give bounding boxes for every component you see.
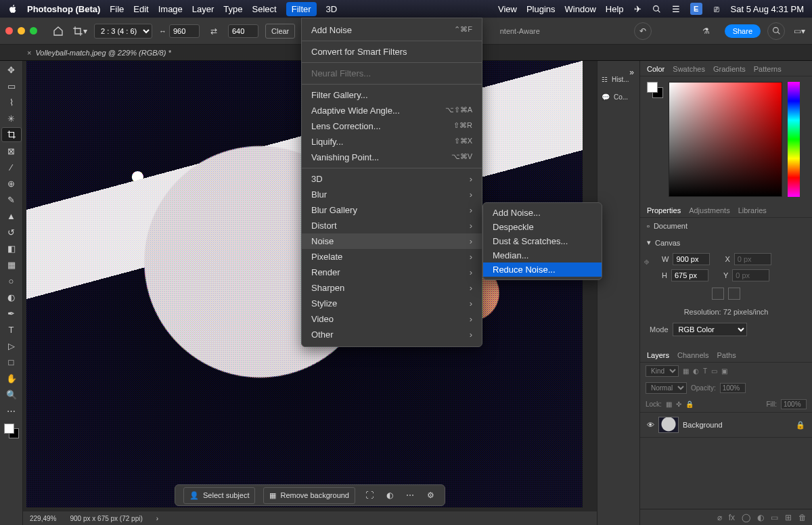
layer-name[interactable]: Background <box>683 421 723 429</box>
eyedropper-tool[interactable]: ⁄ <box>1 160 22 175</box>
close-window[interactable] <box>5 27 13 35</box>
wand-tool[interactable]: ✳ <box>1 111 22 126</box>
user-badge[interactable]: E <box>690 3 702 15</box>
adjust-icon[interactable]: ◐ <box>384 489 396 501</box>
comments-panel-tab[interactable]: 💬 Co... <box>597 88 639 106</box>
mi-gallery[interactable]: Filter Gallery... <box>302 87 482 103</box>
share-button[interactable]: Share <box>725 24 761 38</box>
minimize-window[interactable] <box>18 27 25 35</box>
history-brush[interactable]: ↺ <box>1 225 22 239</box>
mi-render[interactable]: Render <box>302 265 482 280</box>
sm-despeckle[interactable]: Despeckle <box>483 220 602 234</box>
menu-view[interactable]: View <box>498 4 517 14</box>
settings-icon[interactable]: ⚙ <box>424 489 436 501</box>
canvas-section[interactable]: ▾ Canvas <box>640 234 812 251</box>
app-name[interactable]: Photoshop (Beta) <box>27 4 100 14</box>
trash-icon[interactable]: 🗑 <box>798 513 807 522</box>
tab-gradients[interactable]: Gradients <box>713 65 746 73</box>
dodge-tool[interactable]: ◐ <box>1 290 22 304</box>
pen-tool[interactable]: ✒ <box>1 306 22 321</box>
group-icon[interactable]: ▭ <box>771 513 778 522</box>
menu-edit[interactable]: Edit <box>133 4 148 14</box>
layer-row[interactable]: 👁 Background 🔒 <box>640 412 812 438</box>
brush-tool[interactable]: ✎ <box>1 192 22 207</box>
gradient-tool[interactable]: ▦ <box>1 257 22 272</box>
workspace-icon[interactable]: ▭▾ <box>792 24 807 39</box>
mask-icon[interactable]: ◯ <box>742 513 750 522</box>
menu-plugins[interactable]: Plugins <box>526 4 556 14</box>
chevron-right-icon[interactable]: › <box>156 515 158 522</box>
orientation-icons[interactable] <box>640 283 812 304</box>
mi-distort[interactable]: Distort <box>302 218 482 233</box>
mi-convert-smart[interactable]: Convert for Smart Filters <box>302 44 482 60</box>
link-layers-icon[interactable]: ⌀ <box>717 513 722 522</box>
more-icon[interactable]: ⋯ <box>404 489 416 501</box>
zoom-level[interactable]: 229,49% <box>30 515 56 522</box>
lock-icon[interactable]: 🔒 <box>796 421 805 430</box>
beaker-icon[interactable]: ⚗ <box>699 24 714 39</box>
mi-blur[interactable]: Blur <box>302 187 482 202</box>
link-wh-icon[interactable]: ⎆ <box>640 251 652 273</box>
sm-median[interactable]: Median... <box>483 248 602 262</box>
adj-layer-icon[interactable]: ◐ <box>757 513 764 522</box>
maximize-window[interactable] <box>30 27 37 35</box>
tab-channels[interactable]: Channels <box>677 351 708 359</box>
eraser-tool[interactable]: ◧ <box>1 241 22 256</box>
undo-icon[interactable]: ↶ <box>634 22 652 40</box>
marquee-tool[interactable]: ▭ <box>1 78 22 93</box>
hand-tool[interactable]: ✋ <box>1 371 22 386</box>
menu-layer[interactable]: Layer <box>192 4 215 14</box>
mi-pixelate[interactable]: Pixelate <box>302 249 482 265</box>
select-subject-button[interactable]: 👤Select subject <box>183 487 255 504</box>
mi-lens[interactable]: Lens Correction...⇧⌘R <box>302 118 482 134</box>
menu-type[interactable]: Type <box>223 4 242 14</box>
path-tool[interactable]: ▷ <box>1 338 22 353</box>
type-tool[interactable]: T <box>1 322 22 337</box>
filter-pix-icon[interactable]: ▦ <box>683 367 689 375</box>
crop-tool[interactable] <box>1 127 22 142</box>
hue-slider[interactable] <box>788 82 800 197</box>
fx-icon[interactable]: fx <box>729 513 735 522</box>
more-tools[interactable]: ⋯ <box>1 403 22 418</box>
sm-dust[interactable]: Dust & Scratches... <box>483 234 602 248</box>
mi-video[interactable]: Video <box>302 311 482 327</box>
tab-layers[interactable]: Layers <box>647 351 669 359</box>
tab-color[interactable]: Color <box>647 65 664 73</box>
color-field[interactable] <box>669 82 782 197</box>
crop-tool-icon[interactable]: ▾ <box>72 24 87 39</box>
move-tool[interactable]: ✥ <box>1 62 22 77</box>
tab-libraries[interactable]: Libraries <box>738 206 767 214</box>
heal-tool[interactable]: ⊕ <box>1 176 22 191</box>
menu-3d[interactable]: 3D <box>326 4 338 14</box>
zoom-tool[interactable]: 🔍 <box>1 387 22 402</box>
filter-smart-icon[interactable]: ▣ <box>721 367 727 375</box>
layer-filter[interactable]: Kind <box>646 365 679 377</box>
mi-blur-gallery[interactable]: Blur Gallery <box>302 202 482 218</box>
tab-swatches[interactable]: Swatches <box>673 65 705 73</box>
lock-pix-icon[interactable]: ▦ <box>666 401 672 408</box>
mi-3d[interactable]: 3D <box>302 171 482 187</box>
filter-type-icon[interactable]: T <box>703 367 707 375</box>
menu-file[interactable]: File <box>110 4 124 14</box>
canvas-h-input[interactable] <box>671 269 708 281</box>
mi-vanish[interactable]: Vanishing Point...⌥⌘V <box>302 150 482 165</box>
filter-adj-icon[interactable]: ◐ <box>693 367 699 375</box>
fill-input[interactable] <box>781 399 807 409</box>
transform-icon[interactable]: ⛶ <box>363 489 376 501</box>
filter-shape-icon[interactable]: ▭ <box>711 367 717 375</box>
mode-select[interactable]: RGB Color <box>673 323 747 336</box>
apple-icon[interactable] <box>8 4 18 14</box>
lock-all-icon[interactable]: 🔒 <box>685 401 694 408</box>
menu-window[interactable]: Window <box>565 4 596 14</box>
lock-pos-icon[interactable]: ✜ <box>676 401 681 408</box>
clock[interactable]: Sat 5 Aug 4:31 PM <box>731 4 804 14</box>
stamp-tool[interactable]: ▲ <box>1 208 22 223</box>
tab-paths[interactable]: Paths <box>717 351 736 359</box>
clear-button[interactable]: Clear <box>265 24 295 39</box>
sm-reduce-noise[interactable]: Reduce Noise... <box>483 262 602 277</box>
doc-tab[interactable]: Volleyball-match.jpeg @ 229% (RGB/8) * <box>20 46 178 60</box>
home-icon[interactable] <box>51 24 66 39</box>
blend-mode-select[interactable]: Normal <box>646 382 687 394</box>
mi-other[interactable]: Other <box>302 327 482 342</box>
mi-liquify[interactable]: Liquify...⇧⌘X <box>302 134 482 150</box>
